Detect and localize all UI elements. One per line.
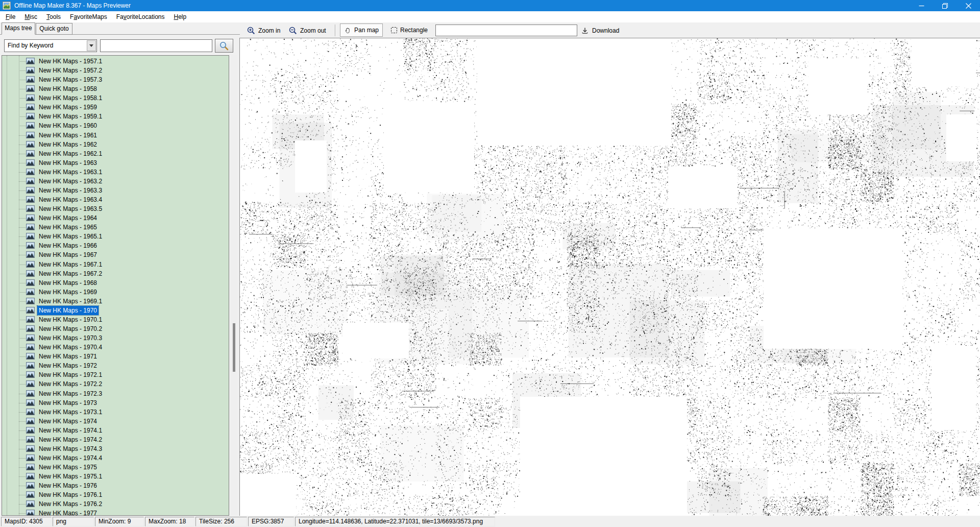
map-image-icon (26, 454, 35, 461)
tree-scrollbar[interactable] (231, 55, 237, 516)
tree-connector (19, 265, 26, 265)
tree-item[interactable]: New HK Maps - 1970.3 (2, 333, 229, 343)
close-button[interactable] (957, 0, 980, 11)
tree-connector (19, 366, 26, 366)
tree-item[interactable]: New HK Maps - 1973.1 (2, 408, 229, 417)
menu-item-file[interactable]: File (1, 11, 20, 22)
tree-item[interactable]: New HK Maps - 1976 (2, 481, 229, 490)
tree-item[interactable]: New HK Maps - 1963.2 (2, 177, 229, 186)
tree-item[interactable]: New HK Maps - 1967.1 (2, 260, 229, 269)
tree-item-label: New HK Maps - 1963.2 (37, 177, 104, 186)
tree-item[interactable]: New HK Maps - 1963.3 (2, 186, 229, 195)
map-preview-area[interactable] (239, 38, 980, 516)
tree-connector (19, 227, 26, 228)
tree-item[interactable]: New HK Maps - 1970.2 (2, 324, 229, 333)
menu-item-favoritelocations[interactable]: FavoriteLocations (112, 11, 169, 22)
tree-item[interactable]: New HK Maps - 1963.5 (2, 204, 229, 213)
map-image-icon (26, 371, 35, 378)
tree-item[interactable]: New HK Maps - 1974.1 (2, 426, 229, 435)
menu-item-tools[interactable]: Tools (42, 11, 65, 22)
tree-item-label: New HK Maps - 1972.3 (37, 389, 104, 398)
tree-item-label: New HK Maps - 1964 (37, 213, 99, 223)
tree-item[interactable]: New HK Maps - 1972.2 (2, 379, 229, 389)
tree-item[interactable]: New HK Maps - 1967.2 (2, 269, 229, 278)
tree-item[interactable]: New HK Maps - 1976.2 (2, 499, 229, 509)
tree-item[interactable]: New HK Maps - 1974 (2, 417, 229, 426)
zoom-out-button[interactable]: Zoom out (289, 22, 326, 38)
pan-map-button[interactable]: Pan map (340, 23, 383, 37)
map-image-icon (26, 464, 35, 470)
tree-connector (19, 154, 26, 154)
tree-item[interactable]: New HK Maps - 1972 (2, 361, 229, 370)
tree-item[interactable]: New HK Maps - 1975 (2, 463, 229, 472)
tree-item[interactable]: New HK Maps - 1961 (2, 131, 229, 140)
tree-item[interactable]: New HK Maps - 1962.1 (2, 149, 229, 158)
tree-item[interactable]: New HK Maps - 1975.1 (2, 472, 229, 481)
rectangle-button[interactable]: Rectangle (386, 23, 432, 37)
tree-item[interactable]: New HK Maps - 1967 (2, 250, 229, 259)
find-by-dropdown[interactable]: Find by Keyword (4, 39, 97, 52)
tree-connector (19, 329, 26, 329)
map-canvas[interactable] (240, 38, 980, 516)
tree-item[interactable]: New HK Maps - 1965.1 (2, 232, 229, 241)
download-button[interactable]: Download (581, 22, 619, 38)
tree-item[interactable]: New HK Maps - 1957.2 (2, 66, 229, 75)
maps-tree-list: New HK Maps - 1957.1New HK Maps - 1957.2… (2, 55, 229, 516)
tree-item-label: New HK Maps - 1977 (37, 509, 99, 516)
tree-connector (19, 209, 26, 209)
tree-item[interactable]: New HK Maps - 1969.1 (2, 297, 229, 306)
tree-item[interactable]: New HK Maps - 1959 (2, 103, 229, 112)
menu-item-misc[interactable]: Misc (20, 11, 42, 22)
tree-scrollbar-thumb[interactable] (233, 323, 235, 372)
tree-item[interactable]: New HK Maps - 1971 (2, 352, 229, 361)
map-image-icon (26, 491, 35, 498)
tree-item[interactable]: New HK Maps - 1960 (2, 121, 229, 130)
tree-item[interactable]: New HK Maps - 1959.1 (2, 112, 229, 121)
search-input[interactable] (100, 39, 212, 52)
tree-item[interactable]: New HK Maps - 1974.4 (2, 453, 229, 463)
toolbar-input[interactable] (435, 25, 577, 36)
tree-item[interactable]: New HK Maps - 1974.2 (2, 435, 229, 444)
tree-item-label: New HK Maps - 1974.2 (37, 435, 104, 444)
tree-item[interactable]: New HK Maps - 1963.4 (2, 195, 229, 204)
tree-item[interactable]: New HK Maps - 1963.1 (2, 167, 229, 177)
search-button[interactable] (215, 39, 233, 53)
tree-item[interactable]: New HK Maps - 1976.1 (2, 490, 229, 499)
tree-item[interactable]: New HK Maps - 1977 (2, 509, 229, 516)
tree-item[interactable]: New HK Maps - 1972.1 (2, 370, 229, 379)
map-image-icon (26, 307, 35, 314)
tree-item-label: New HK Maps - 1957.3 (37, 75, 104, 84)
menu-item-help[interactable]: Help (169, 11, 191, 22)
tree-item-label: New HK Maps - 1976 (37, 481, 99, 490)
tree-item[interactable]: New HK Maps - 1970 (2, 306, 229, 315)
tab-maps-tree[interactable]: Maps tree (2, 22, 35, 35)
tree-item[interactable]: New HK Maps - 1957.1 (2, 57, 229, 66)
tree-item[interactable]: New HK Maps - 1966 (2, 241, 229, 250)
tree-item[interactable]: New HK Maps - 1958.1 (2, 93, 229, 103)
tab-quick-goto[interactable]: Quick goto (36, 23, 72, 35)
tree-item[interactable]: New HK Maps - 1964 (2, 213, 229, 223)
tree-item[interactable]: New HK Maps - 1963 (2, 158, 229, 167)
tree-item[interactable]: New HK Maps - 1968 (2, 278, 229, 288)
tree-item[interactable]: New HK Maps - 1974.3 (2, 444, 229, 453)
map-image-icon (26, 187, 35, 194)
minimize-button[interactable] (910, 0, 933, 11)
map-image-icon (26, 58, 35, 64)
tree-item[interactable]: New HK Maps - 1973 (2, 398, 229, 408)
tree-connector (19, 495, 26, 495)
tree-connector (19, 200, 26, 200)
menu-item-favoritemaps[interactable]: FavoriteMaps (65, 11, 112, 22)
tree-item-label: New HK Maps - 1958.1 (37, 93, 104, 103)
restore-button[interactable] (933, 0, 957, 11)
tree-item[interactable]: New HK Maps - 1958 (2, 84, 229, 93)
tree-item[interactable]: New HK Maps - 1965 (2, 223, 229, 232)
map-image-icon (26, 279, 35, 286)
tree-item[interactable]: New HK Maps - 1957.3 (2, 75, 229, 84)
chevron-down-icon[interactable] (87, 40, 96, 51)
tree-item[interactable]: New HK Maps - 1970.4 (2, 343, 229, 352)
tree-item[interactable]: New HK Maps - 1972.3 (2, 389, 229, 398)
tree-item[interactable]: New HK Maps - 1969 (2, 288, 229, 297)
tree-item[interactable]: New HK Maps - 1962 (2, 140, 229, 149)
zoom-in-button[interactable]: Zoom in (247, 22, 280, 38)
tree-item[interactable]: New HK Maps - 1970.1 (2, 315, 229, 324)
